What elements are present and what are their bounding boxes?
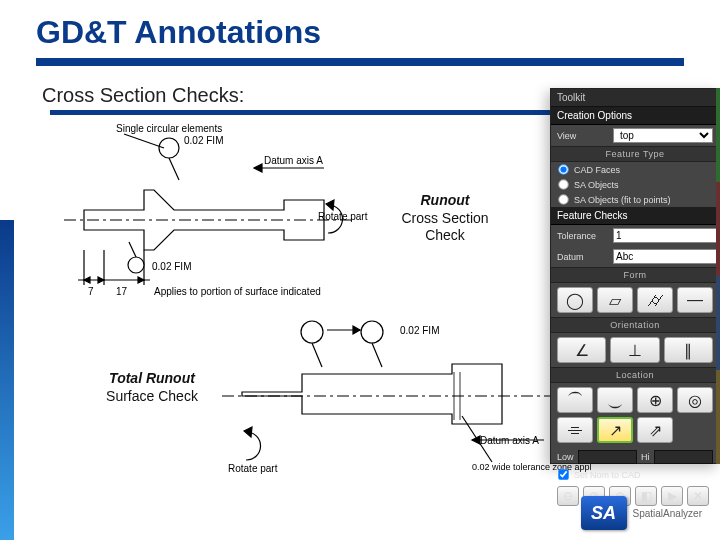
input-low[interactable] — [578, 450, 638, 464]
svg-line-2 — [169, 158, 179, 180]
svg-marker-22 — [353, 326, 360, 334]
title-underline — [36, 58, 684, 66]
sec-form: Form — [551, 267, 719, 283]
d1-fim2: 0.02 FIM — [152, 261, 191, 272]
label-runout-l3: Check — [380, 227, 510, 245]
radio-cad-faces[interactable] — [558, 164, 568, 174]
select-view[interactable]: top — [613, 128, 713, 143]
d1-single-elements: Single circular elements — [116, 123, 222, 134]
btn-profile-surface-icon[interactable]: ⏜ — [557, 387, 593, 413]
btn-angularity-icon[interactable]: ∠ — [557, 337, 606, 363]
btn-perpendicularity-icon[interactable]: ⊥ — [610, 337, 659, 363]
grid-location: ⏜ ⏝ ⊕ ◎ ⌯ ↗ ⇗ — [551, 383, 719, 447]
slide-header: GD&T Annotations — [36, 14, 321, 51]
chk-set-nom[interactable] — [558, 469, 568, 479]
toolkit-panel: Toolkit Creation Options View top Featur… — [550, 88, 720, 464]
radio-sa-fit[interactable] — [558, 194, 568, 204]
side-tab-4[interactable] — [716, 370, 720, 464]
d1-dim7: 7 — [88, 286, 94, 297]
input-datum[interactable] — [613, 249, 720, 264]
lbl-sa-fit: SA Objects (fit to points) — [574, 195, 671, 205]
slide-title: GD&T Annotations — [36, 14, 321, 51]
row-datum: Datum — [551, 246, 719, 267]
input-tolerance[interactable] — [613, 228, 720, 243]
d1-applies: Applies to portion of surface indicated — [154, 286, 321, 297]
lbl-set-nom: Set Nom to CAD — [574, 470, 641, 480]
btn-total-runout-icon[interactable]: ⇗ — [637, 417, 673, 443]
svg-marker-13 — [138, 277, 144, 283]
sec-location: Location — [551, 367, 719, 383]
svg-point-14 — [128, 257, 144, 273]
btn-circularity-icon[interactable]: ◯ — [557, 287, 593, 313]
panel-bar-feature-checks: Feature Checks — [551, 207, 719, 225]
slide: GD&T Annotations Cross Section Checks: — [0, 0, 720, 540]
logo: SA SpatialAnalyzer — [581, 496, 702, 530]
btn-position-icon[interactable]: ⊕ — [637, 387, 673, 413]
btn-symmetry-icon[interactable]: ⌯ — [557, 417, 593, 443]
svg-marker-5 — [254, 164, 262, 172]
btn-cylindricity-icon[interactable]: ⌭ — [637, 287, 673, 313]
sec-orientation: Orientation — [551, 317, 719, 333]
subheading: Cross Section Checks: — [42, 84, 244, 107]
btn-parallelism-icon[interactable]: ∥ — [664, 337, 713, 363]
d1-datum: Datum axis A — [264, 155, 323, 166]
row-tolerance: Tolerance — [551, 225, 719, 246]
side-tabs — [716, 88, 720, 464]
btn-concentricity-icon[interactable]: ◎ — [677, 387, 713, 413]
grid-form: ◯ ▱ ⌭ — — [551, 283, 719, 317]
side-tab-3[interactable] — [716, 276, 720, 370]
label-view: View — [557, 131, 607, 141]
panel-bar-creation: Creation Options — [551, 107, 719, 125]
d1-rotate-l1: Rotate part — [318, 211, 368, 222]
svg-line-3 — [124, 134, 164, 148]
d2-fim: 0.02 FIM — [400, 325, 439, 336]
row-view: View top — [551, 125, 719, 146]
side-tab-2[interactable] — [716, 182, 720, 276]
lbl-cad-faces: CAD Faces — [574, 165, 620, 175]
lbl-sa-objects: SA Objects — [574, 180, 619, 190]
btn-straightness-icon[interactable]: — — [677, 287, 713, 313]
sec-feature-type: Feature Type — [551, 146, 719, 162]
btn-profile-line-icon[interactable]: ⏝ — [597, 387, 633, 413]
btn-a-icon[interactable]: ⊖ — [557, 486, 579, 506]
diagram-total-runout: 0.02 FIM Rotate part Datum axis A 0.02 w… — [172, 312, 592, 492]
diagram-runout: Single circular elements 0.02 FIM Datum … — [54, 120, 374, 310]
label-runout-title: Runout — [380, 192, 510, 210]
panel-title-toolkit: Toolkit — [551, 89, 719, 107]
logo-text: SpatialAnalyzer — [633, 508, 702, 519]
btn-runout-icon[interactable]: ↗ — [597, 417, 633, 443]
d2-datum: Datum axis A — [480, 435, 539, 446]
label-runout: Runout Cross Section Check — [380, 192, 510, 245]
svg-line-18 — [312, 343, 322, 367]
d1-dim17: 17 — [116, 286, 128, 297]
svg-point-19 — [361, 321, 383, 343]
d2-rotate: Rotate part — [228, 463, 278, 474]
svg-marker-6 — [326, 200, 334, 210]
left-accent-bar — [0, 220, 14, 540]
svg-marker-12 — [98, 277, 104, 283]
row-low-hi: Low Hi — [551, 447, 719, 467]
svg-line-15 — [129, 242, 136, 257]
sub-underline — [50, 110, 550, 115]
label-hi: Hi — [641, 452, 650, 462]
label-tolerance: Tolerance — [557, 231, 607, 241]
grid-orientation: ∠ ⊥ ∥ — [551, 333, 719, 367]
side-tab-1[interactable] — [716, 88, 720, 182]
svg-marker-23 — [244, 427, 252, 437]
radio-sa-objects[interactable] — [558, 179, 568, 189]
svg-marker-11 — [84, 277, 90, 283]
label-runout-l2: Cross Section — [380, 210, 510, 228]
logo-badge: SA — [581, 496, 627, 530]
input-hi[interactable] — [654, 450, 714, 464]
label-datum: Datum — [557, 252, 607, 262]
label-low: Low — [557, 452, 574, 462]
svg-point-17 — [301, 321, 323, 343]
svg-line-20 — [372, 343, 382, 367]
d1-fim1: 0.02 FIM — [184, 135, 223, 146]
svg-point-1 — [159, 138, 179, 158]
btn-flatness-icon[interactable]: ▱ — [597, 287, 633, 313]
